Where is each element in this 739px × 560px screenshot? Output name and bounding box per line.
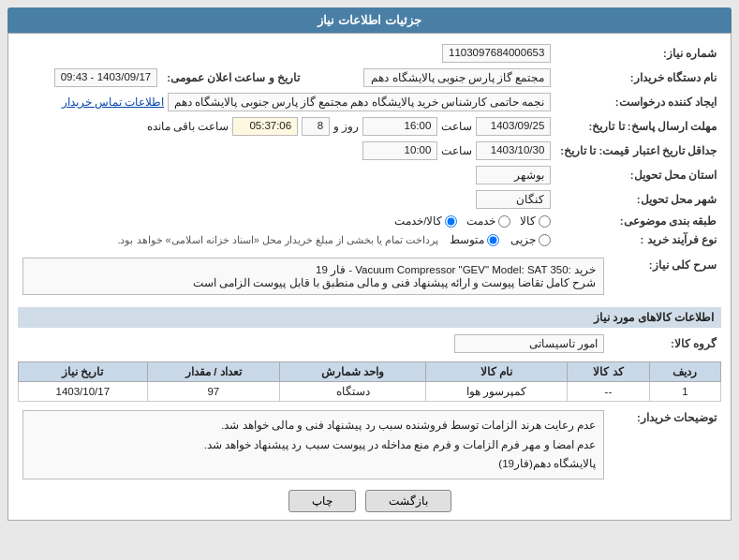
main-card: شماره نیاز: 1103097684000653 نام دستگاه … bbox=[7, 33, 732, 521]
radio-kala-khadamat-label: کالا/خدمت bbox=[394, 214, 442, 228]
radio-jozi-label: جزیی bbox=[510, 233, 536, 246]
buyer-notes-label: توضیحات خریدار: bbox=[609, 407, 721, 482]
radio-jozi-item: جزیی bbox=[510, 233, 551, 246]
radio-kala-khadamat-item: کالا/خدمت bbox=[394, 214, 457, 228]
cell-tarikh: 1403/10/17 bbox=[19, 382, 148, 402]
radio-jozi[interactable] bbox=[539, 234, 551, 246]
group-kala-value: امور تاسیساتی bbox=[454, 334, 604, 353]
chap-button[interactable]: چاپ bbox=[288, 490, 356, 512]
payment-note: پرداخت تمام یا بخشی از مبلغ خریدار محل «… bbox=[117, 234, 438, 246]
radio-motavaset-item: متوسط bbox=[450, 233, 499, 246]
shomareNiaz-label: شماره نیاز: bbox=[555, 41, 721, 66]
mohlat-value-cell: 1403/09/25 ساعت 16:00 روز و 8 05:37:06 س… bbox=[18, 114, 555, 139]
jadval-saat-label: ساعت bbox=[441, 144, 472, 157]
col-namKala: نام کالا bbox=[426, 362, 567, 382]
radio-kala-label: کالا bbox=[520, 214, 536, 228]
buyer-notes-table: توضیحات خریدار: عدم رعایت هرند الزامات ت… bbox=[18, 407, 721, 482]
page-wrapper: جزئیات اطلاعات نیاز شماره نیاز: 11030976… bbox=[0, 0, 739, 560]
buyer-notes-section: عدم رعایت هرند الزامات توسط فروشنده سبب … bbox=[22, 410, 604, 479]
group-kala-label: گروه کالا: bbox=[609, 332, 721, 356]
ijadKonande-value: نجمه حاتمی کارشناس خرید پالایشگاه دهم مج… bbox=[168, 93, 551, 111]
sarih-value-cell: خرید :Vacuum Compressor "GEV" Model: SAT… bbox=[18, 255, 609, 302]
shahr-label: شهر محل تحویل: bbox=[555, 187, 721, 212]
radio-kala-khadamat[interactable] bbox=[445, 215, 457, 228]
cell-vahed: دستگاه bbox=[280, 382, 426, 402]
header-title: جزئیات اطلاعات نیاز bbox=[318, 13, 421, 27]
mohlat-rooz-label: روز و bbox=[333, 120, 359, 133]
jadval-value-cell: 1403/10/30 ساعت 10:00 bbox=[18, 139, 555, 163]
goods-table-header-row: ردیف کد کالا نام کالا واحد شمارش تعداد /… bbox=[19, 362, 721, 382]
sarih-line2: شرح کامل تقاضا پیوست و ارائه پیشنهاد فنی… bbox=[31, 276, 596, 289]
col-kodKala: کد کالا bbox=[567, 362, 649, 382]
tarikh-value-cell: 1403/09/17 - 09:43 bbox=[18, 66, 162, 90]
mohlat-baqi-label: ساعت باقی مانده bbox=[147, 120, 229, 133]
cell-tedad: 97 bbox=[147, 382, 280, 402]
ostan-label: استان محل تحویل: bbox=[555, 163, 721, 187]
kala-section-title: اطلاعات کالاهای مورد نیاز bbox=[18, 307, 721, 328]
ijadKonande-label: ایجاد کننده درخواست: bbox=[555, 90, 721, 114]
mohlat-saat: 16:00 bbox=[362, 117, 437, 136]
radio-khadamat-item: خدمت bbox=[466, 214, 510, 228]
jadval-saat: 10:00 bbox=[362, 141, 437, 160]
shomareNiaz-value: 1103097684000653 bbox=[442, 44, 551, 63]
tabaghe-label: طبقه بندی موضوعی: bbox=[555, 212, 721, 230]
ijadKonande-value-cell: نجمه حاتمی کارشناس خرید پالایشگاه دهم مج… bbox=[18, 90, 555, 114]
tarikh-value: 1403/09/17 - 09:43 bbox=[54, 68, 158, 87]
namDastgah-value: مجتمع گاز پارس جنوبی پالایشگاه دهم bbox=[363, 68, 551, 87]
info-table: شماره نیاز: 1103097684000653 نام دستگاه … bbox=[18, 41, 721, 249]
buyer-notes-line3: پالایشگاه دهم(فار19) bbox=[31, 454, 596, 474]
noe-farayand-label: نوع فرآیند خرید : bbox=[555, 230, 721, 249]
shahr-value-cell: کنگان bbox=[18, 187, 555, 212]
sarih-line1: خرید :Vacuum Compressor "GEV" Model: SAT… bbox=[31, 263, 596, 276]
buyer-notes-line1: عدم رعایت هرند الزامات توسط فروشنده سبب … bbox=[31, 416, 596, 435]
bazgasht-button[interactable]: بازگشت bbox=[365, 490, 451, 512]
bottom-buttons: بازگشت چاپ bbox=[18, 490, 721, 512]
ijadKonande-link[interactable]: اطلاعات تماس خریدار bbox=[62, 96, 164, 109]
radio-kala[interactable] bbox=[539, 215, 551, 228]
ostan-value-cell: بوشهر bbox=[18, 163, 555, 187]
group-kala-value-cell: امور تاسیساتی bbox=[18, 332, 609, 356]
sarih-section: خرید :Vacuum Compressor "GEV" Model: SAT… bbox=[22, 258, 604, 295]
jadval-date: 1403/10/30 bbox=[476, 141, 551, 160]
buyer-notes-line2: عدم امضا و مهر فرم الزامات و فرم منع مدا… bbox=[31, 435, 596, 455]
buyer-notes-value-cell: عدم رعایت هرند الزامات توسط فروشنده سبب … bbox=[18, 407, 609, 482]
col-tarikh: تاریخ نیاز bbox=[19, 362, 148, 382]
tabaghe-value-cell: کالا خدمت کالا/خدمت bbox=[18, 212, 555, 230]
table-row: 1--کمپرسور هوادستگاه971403/10/17 bbox=[19, 382, 721, 402]
ostan-value: بوشهر bbox=[476, 166, 551, 184]
cell-radif: 1 bbox=[649, 382, 720, 402]
jadval-label: جداقل تاریخ اعتبار قیمت: تا تاریخ: bbox=[555, 139, 721, 163]
col-radif: ردیف bbox=[649, 362, 720, 382]
shahr-value: کنگان bbox=[476, 190, 551, 209]
mohlat-label: مهلت ارسال پاسخ: تا تاریخ: bbox=[555, 114, 721, 139]
goods-table: ردیف کد کالا نام کالا واحد شمارش تعداد /… bbox=[18, 361, 721, 402]
col-tedad: تعداد / مقدار bbox=[147, 362, 280, 382]
cell-namKala: کمپرسور هوا bbox=[426, 382, 567, 402]
col-vahed: واحد شمارش bbox=[280, 362, 426, 382]
mohlat-date: 1403/09/25 bbox=[476, 117, 551, 136]
radio-khadamat[interactable] bbox=[498, 215, 510, 228]
cell-kodKala: -- bbox=[567, 382, 649, 402]
mohlat-baqi: 05:37:06 bbox=[232, 117, 298, 136]
namDastgah-value-cell: مجتمع گاز پارس جنوبی پالایشگاه دهم bbox=[304, 66, 556, 90]
header-bar: جزئیات اطلاعات نیاز bbox=[7, 7, 732, 33]
radio-kala-item: کالا bbox=[520, 214, 551, 228]
tarikh-label: تاریخ و ساعت اعلان عمومی: bbox=[162, 66, 304, 90]
radio-khadamat-label: خدمت bbox=[466, 214, 495, 228]
sarih-label: سرح کلی نیاز: bbox=[609, 255, 721, 302]
mohlat-rooz: 8 bbox=[302, 117, 330, 136]
group-kala-table: گروه کالا: امور تاسیساتی bbox=[18, 332, 721, 356]
radio-motavaset[interactable] bbox=[487, 234, 499, 246]
radio-motavaset-label: متوسط bbox=[450, 233, 484, 246]
mohlat-saat-label: ساعت bbox=[441, 120, 472, 133]
shomareNiaz-value-cell: 1103097684000653 bbox=[18, 41, 555, 66]
sarih-table: سرح کلی نیاز: خرید :Vacuum Compressor "G… bbox=[18, 255, 721, 302]
noe-farayand-value-cell: جزیی متوسط پرداخت تمام یا بخشی از مبلغ خ… bbox=[18, 230, 555, 249]
namDastgah-label: نام دستگاه خریدار: bbox=[555, 66, 721, 90]
